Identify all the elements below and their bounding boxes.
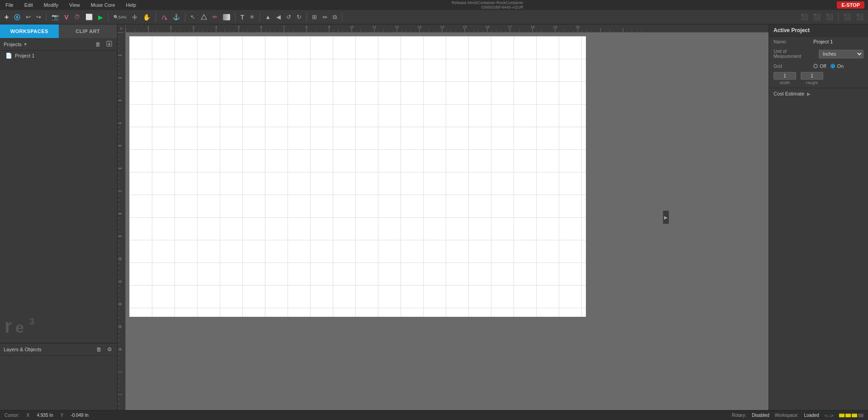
unit-row: Unit of Measurement Inches [769,47,868,61]
menu-muse-core[interactable]: Muse Core [89,2,117,8]
crosshair-tool-button[interactable]: ✛ [130,13,139,22]
sidebar-tabs: WORKSPACES CLIP ART [0,24,117,38]
rect-tool-button[interactable]: ⬜ [84,13,94,21]
toolbar: + ↩ ↪ 📷 V ⏱ ⬜ ▶ 🔍54% ✛ ✋ ⚓ ↖ ✏ T ✳ ▲ ◀ [0,10,868,24]
shape-tool-button[interactable] [199,13,209,21]
arrange-tool-button[interactable]: ⊞ [310,13,319,21]
cost-estimate-row[interactable]: Cost Estimate ▶ [769,88,868,99]
undo-tool-button[interactable]: ↩ [24,13,33,21]
text-tool-button[interactable]: T [239,13,246,22]
grid-radio-group: Off On [813,63,844,69]
battery-seg-2 [845,414,851,417]
layers-header: Layers & Objects 🗑 ⚙ [0,343,117,356]
add-tool-button[interactable]: + [3,12,10,22]
svg-text:e: e [15,319,24,336]
cost-estimate-label: Cost Estimate [774,91,804,96]
sep1 [46,13,47,22]
rotate-ccw-button[interactable]: ↺ [284,13,293,21]
flip-button[interactable]: ⬛ [824,13,835,21]
grid-width-group: Width [774,72,796,85]
cost-estimate-arrow-icon: ▶ [807,91,811,96]
project-file-icon: 📄 [5,52,12,59]
canvas-inner [126,33,769,320]
grid-height-group: Height [801,72,823,85]
select-tool-button[interactable]: ↖ [189,13,197,21]
sep9 [838,13,839,22]
grid-on-label: On [837,63,844,69]
special-tool-button[interactable]: ✳ [248,13,256,21]
layers-settings-button[interactable]: ⚙ [106,346,113,353]
svg-point-3 [165,18,167,20]
grid-width-input[interactable] [774,72,796,80]
triangle-tool-button[interactable]: ▲ [263,13,273,21]
menu-modify[interactable]: Modify [42,2,60,8]
grid-height-input[interactable] [801,72,823,80]
workspace-value: Loaded [804,413,819,418]
sep4 [185,13,185,22]
app-logo: r e 3 [5,311,41,338]
grid-on-radio[interactable]: On [830,63,844,69]
redo-tool-button[interactable]: ↪ [34,13,43,21]
menu-view[interactable]: View [67,2,82,8]
unit-label: Unit of Measurement [774,49,815,59]
grid-off-label: Off [820,63,826,69]
ruler-unit: in [120,27,123,30]
menu-file[interactable]: File [4,2,15,8]
grid-label: Grid [774,64,810,69]
name-label: Name: [774,39,810,44]
zoom-indicator[interactable]: 🔍54% [112,14,128,20]
align-right-button[interactable]: ⬛ [811,13,822,21]
svg-marker-4 [201,14,207,19]
svg-text:r: r [5,315,12,337]
project-name-row: Name: Project 1 [769,37,868,47]
grid-off-circle [813,64,818,68]
align-left-button[interactable]: ⬛ [799,13,810,21]
grid-inputs: Width Height [769,71,868,88]
fill-tool-button[interactable] [159,13,169,21]
tab-workspaces[interactable]: WORKSPACES [0,24,59,38]
tab-clip-art[interactable]: CLIP ART [59,24,118,38]
mirror-h-button[interactable]: ⇔ [321,13,329,21]
layers-label: Layers & Objects [4,347,42,352]
anchor-tool-button[interactable]: ⚓ [171,13,182,21]
grid-on-dot [832,65,834,67]
menu-help[interactable]: Help [124,2,138,8]
unit-select[interactable]: Inches [819,50,863,58]
layer-button[interactable]: ⧉ [331,13,339,22]
camera-tool-button[interactable]: 📷 [50,13,61,21]
pen-tool-button[interactable]: ✏ [211,13,219,21]
active-project-title: Active Project [769,24,868,37]
v-tool-button[interactable]: V [62,13,70,22]
projects-header: Projects ▼ 🗑 [0,38,117,51]
estop-button[interactable]: E-STOP [837,1,864,9]
left-sidebar: WORKSPACES CLIP ART Projects ▼ 🗑 [0,24,118,410]
rotate-cw-button[interactable]: ↻ [295,13,303,21]
panel-collapse-button[interactable]: ▶ [663,210,669,224]
menu-edit[interactable]: Edit [23,2,35,8]
main-content: WORKSPACES CLIP ART Projects ▼ 🗑 [0,24,868,410]
badge-arrows-icon: <--> [825,413,834,418]
upload-tool-button[interactable] [12,13,22,21]
release-info-text: Release MockContainer-RockContainer [452,0,524,5]
cursor-x-label: X [27,413,30,418]
projects-label: Projects [4,42,22,47]
gradient-tool-button[interactable] [221,13,232,21]
grid-off-radio[interactable]: Off [813,63,826,69]
canvas-wrapper[interactable] [126,33,769,410]
projects-delete-button[interactable]: 🗑 [94,40,102,48]
projects-import-button[interactable] [105,40,113,48]
tb-btn-r1[interactable]: ⬛ [842,13,853,21]
layers-section: Layers & Objects 🗑 ⚙ [0,343,117,410]
grid-width-label: Width [779,81,790,85]
clock-tool-button[interactable]: ⏱ [72,13,82,21]
play-tool-button[interactable]: ▶ [96,13,105,22]
tb-btn-r2[interactable]: ⬛ [854,13,865,21]
projects-title-btn[interactable]: Projects ▼ [4,42,28,47]
arrow-left-tool-button[interactable]: ◀ [274,13,283,21]
svg-rect-2 [17,18,18,19]
layers-delete-button[interactable]: 🗑 [95,346,103,353]
ruler-horizontal [126,24,769,33]
move-tool-button[interactable]: ✋ [141,13,152,22]
canvas-sheet[interactable] [129,36,586,317]
project-item-1[interactable]: 📄 Project 1 [0,51,117,61]
